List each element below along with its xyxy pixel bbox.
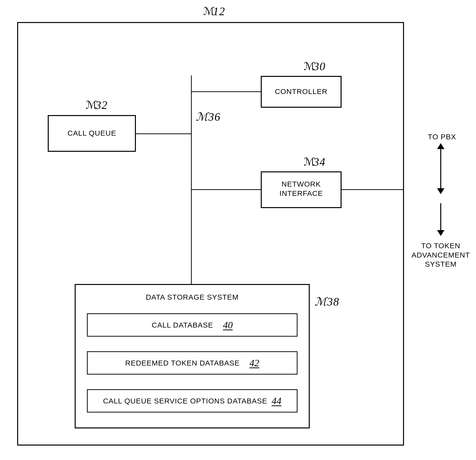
controller-label: CONTROLLER <box>261 87 342 96</box>
outer-ref-number: 12 <box>213 5 225 18</box>
bus-line <box>191 75 192 284</box>
pbx-arrow <box>437 143 444 194</box>
controller-connector <box>191 91 261 92</box>
pbx-arrow-stem <box>440 149 441 188</box>
call-database-label: CALL DATABASE <box>152 321 213 329</box>
redeemed-token-database-ref-number: 42 <box>250 357 259 369</box>
pbx-arrow-down <box>437 188 444 194</box>
network-interface-connector-left <box>191 189 261 190</box>
call-queue-connector <box>136 133 191 134</box>
to-pbx-label: TO PBX <box>414 132 470 142</box>
network-interface-line2: INTERFACE <box>279 189 323 197</box>
options-database-label: CALL QUEUE SERVICE OPTIONS DATABASE <box>103 397 267 405</box>
to-token-line1: TO TOKEN <box>421 242 460 250</box>
to-token-label: TO TOKEN ADVANCEMENT SYSTEM <box>406 241 475 269</box>
call-queue-ref-number: 32 <box>95 99 108 112</box>
options-database-ref-number: 44 <box>272 395 281 407</box>
data-storage-title: DATA STORAGE SYSTEM <box>75 293 310 302</box>
network-interface-ref-number: 34 <box>313 155 326 168</box>
call-database-ref-number: 40 <box>223 319 233 331</box>
call-queue-label: CALL QUEUE <box>48 129 136 138</box>
options-database-box: CALL QUEUE SERVICE OPTIONS DATABASE 44 <box>87 389 298 413</box>
network-interface-line1: NETWORK <box>282 180 321 188</box>
token-arrow-stem <box>440 203 441 230</box>
data-storage-ref-number: ℳ38 <box>315 295 339 308</box>
network-interface-connector-right <box>342 189 404 190</box>
token-arrow <box>437 203 444 236</box>
to-token-line3: SYSTEM <box>425 260 456 268</box>
redeemed-token-database-box: REDEEMED TOKEN DATABASE 42 <box>87 351 298 375</box>
diagram-canvas: ℳ 12 ℳ36 CONTROLLER ℳ 30 CALL QUEUE ℳ 32… <box>0 0 476 460</box>
controller-ref-number: 30 <box>313 60 326 73</box>
bus-ref-number: ℳ36 <box>196 110 221 123</box>
call-database-box: CALL DATABASE 40 <box>87 313 298 337</box>
token-arrow-down <box>437 230 444 236</box>
network-interface-label: NETWORK INTERFACE <box>261 179 342 198</box>
to-token-line2: ADVANCEMENT <box>412 251 470 259</box>
pbx-arrow-up <box>437 143 444 149</box>
redeemed-token-database-label: REDEEMED TOKEN DATABASE <box>125 359 240 367</box>
